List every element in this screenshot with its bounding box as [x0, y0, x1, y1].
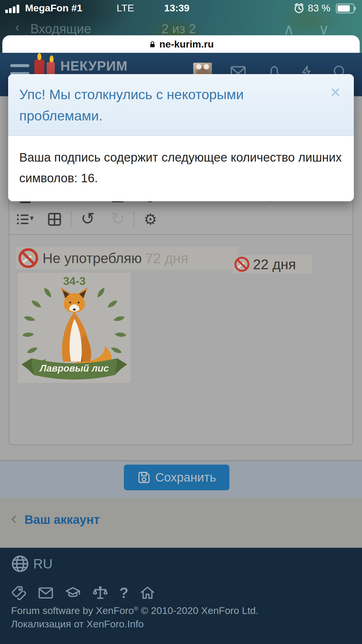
scales-icon[interactable] — [92, 585, 108, 601]
badge-text: Не употребляю — [43, 250, 142, 266]
badge-days: 22 дня — [253, 256, 296, 272]
laurel-fox-image: 34-3 Лавровый лис — [18, 273, 131, 383]
tags-icon[interactable] — [11, 585, 27, 601]
close-icon[interactable]: ✕ — [330, 85, 341, 100]
save-button[interactable]: Сохранить — [124, 465, 229, 490]
fox-emblem-banner-text: Лавровый лис — [39, 363, 109, 374]
fox-emblem-top-text: 34-3 — [63, 275, 85, 287]
signal-strength-icon — [5, 5, 20, 13]
copyright-line: Forum software by XenForo® © 2010-2020 X… — [11, 605, 259, 616]
undo-button[interactable]: ↺ — [81, 209, 95, 229]
graduation-cap-icon[interactable] — [65, 585, 81, 601]
error-dialog-header: Упс! Мы столкнулись с некоторыми проблем… — [8, 74, 354, 136]
address-bar[interactable]: ne-kurim.ru — [0, 38, 362, 50]
toolbar-separator — [9, 234, 353, 235]
status-bar: MegaFon #1 LTE 13:39 83 % — [0, 0, 362, 17]
toolbar-divider — [133, 211, 134, 228]
language-selector[interactable]: RU — [11, 555, 52, 573]
language-label: RU — [33, 556, 52, 572]
lock-icon — [148, 40, 157, 49]
breadcrumb-section: ‹ Ваш аккаунт — [0, 498, 362, 548]
carrier-label: MegaFon #1 — [25, 2, 82, 14]
no-smoking-icon — [17, 247, 39, 269]
help-icon[interactable]: ? — [120, 584, 129, 601]
error-dialog: Упс! Мы столкнулись с некоторыми проблем… — [8, 74, 354, 201]
localization-line: Локализация от XenForo.Info — [11, 618, 144, 630]
domain-label: ne-kurim.ru — [159, 38, 214, 50]
mail-back-chevron-icon: ‹ — [15, 20, 20, 34]
save-button-label: Сохранить — [155, 470, 216, 484]
battery-icon — [336, 4, 354, 13]
no-smoking-icon — [234, 256, 250, 272]
candle-icon — [34, 60, 44, 75]
error-dialog-title: Упс! Мы столкнулись с некоторыми проблем… — [19, 84, 319, 127]
badge-days: 72 дня — [145, 250, 188, 266]
contact-mail-icon[interactable] — [38, 585, 54, 601]
mail-back-label: Входящие — [30, 22, 91, 36]
home-icon[interactable] — [140, 585, 155, 601]
settings-gear-button[interactable]: ⚙ — [144, 211, 157, 228]
logo-text: НЕКУРИМ — [60, 58, 128, 74]
site-footer: RU ? Forum software by XenForo® © 2010- — [0, 548, 362, 644]
chevron-left-icon: ‹ — [11, 509, 17, 527]
candle-icon — [47, 62, 55, 75]
battery-percent-label: 83 % — [308, 2, 331, 14]
list-button[interactable]: ▾ — [15, 212, 34, 226]
save-floppy-icon — [137, 471, 151, 484]
clock-label: 13:39 — [164, 2, 189, 14]
globe-icon — [11, 555, 29, 573]
site-logo[interactable]: НЕКУРИМ — [34, 58, 128, 76]
no-smoking-badge-secondary: 22 дня — [233, 255, 312, 274]
no-smoking-badge-primary: Не употребляю 72 дня — [16, 247, 238, 270]
breadcrumb-account-link[interactable]: Ваш аккаунт — [24, 513, 100, 527]
insert-table-icon[interactable] — [47, 212, 62, 227]
alarm-icon — [293, 2, 305, 14]
footer-icon-row: ? — [11, 584, 155, 601]
error-dialog-message: Ваша подпись содержит следующее количест… — [8, 136, 354, 202]
network-type-label: LTE — [117, 2, 134, 14]
redo-button[interactable]: ↻ — [111, 209, 125, 229]
mail-counter-label: 2 из 2 — [161, 22, 196, 36]
toolbar-divider — [71, 211, 71, 228]
